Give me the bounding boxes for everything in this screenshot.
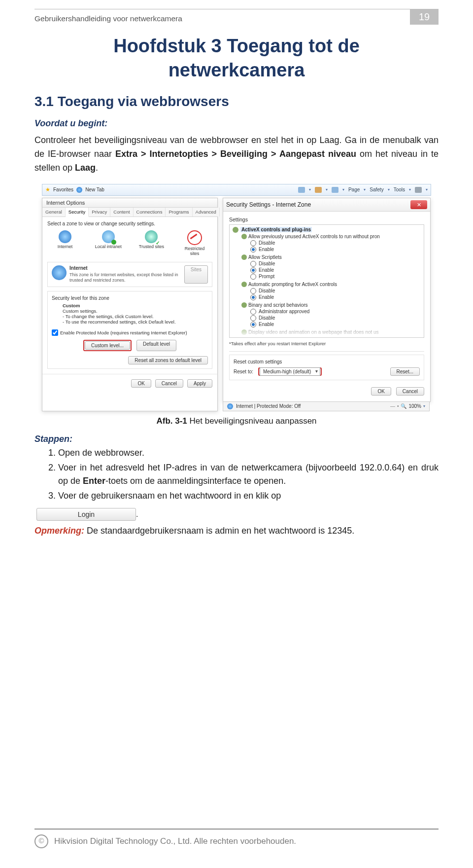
trailing-period: .: [136, 510, 138, 518]
reset-custom-head: Reset custom settings: [234, 359, 420, 364]
inetopt-cancel-button[interactable]: Cancel: [155, 379, 183, 388]
zone-trusted-sites[interactable]: Trusted sites: [136, 230, 166, 256]
page-menu[interactable]: Page: [348, 187, 360, 192]
internet-zone-icon: [52, 265, 67, 280]
item2-label: Allow Scriptlets: [248, 254, 282, 260]
item3-opt1: Enable: [259, 294, 274, 300]
footer-text: Hikvision Digital Technology Co., Ltd. A…: [54, 836, 296, 846]
zone-local-intranet[interactable]: Local intranet: [94, 230, 123, 256]
inetopt-ok-button[interactable]: OK: [131, 379, 151, 388]
close-icon[interactable]: ✕: [410, 200, 427, 209]
feed-icon[interactable]: [315, 187, 322, 193]
internet-zone-head: Internet: [69, 265, 181, 271]
step2-text-c: -toets om de aanmeldingsinterface te ope…: [105, 476, 286, 486]
item1-opt1: Enable: [259, 247, 274, 252]
item2-opt1: Enable: [259, 267, 274, 273]
steps-label: Stappen:: [34, 434, 439, 444]
tab-icon: [76, 187, 82, 193]
zone-internet[interactable]: Internet: [50, 230, 80, 256]
local-intranet-icon: [102, 230, 115, 243]
reset-button[interactable]: Reset...: [390, 367, 420, 376]
zone-local-label: Local intranet: [95, 244, 122, 249]
step-3: Voer de gebruikersnaam en het wachtwoord…: [58, 489, 439, 503]
copyright-icon: ©: [34, 834, 48, 848]
radio-icon[interactable]: [250, 288, 256, 294]
radio-icon[interactable]: [250, 322, 256, 327]
zoom-search-icon[interactable]: 🔍: [401, 403, 406, 409]
zone-restricted-sites[interactable]: Restricted sites: [180, 230, 209, 256]
gear-icon: [241, 302, 247, 308]
tab-privacy[interactable]: Privacy: [89, 208, 110, 217]
inetopt-apply-button[interactable]: Apply: [187, 379, 212, 388]
security-level-label: Security level for this zone: [52, 295, 208, 301]
mail-icon[interactable]: [332, 187, 338, 193]
home-icon[interactable]: [298, 187, 305, 193]
manual-title: Gebruikershandleiding voor netwerkcamera: [34, 12, 410, 23]
radio-icon[interactable]: [250, 247, 256, 253]
reset-all-zones-button[interactable]: Reset all zones to default level: [128, 356, 208, 364]
protected-mode-label: Enable Protected Mode (requires restarti…: [60, 330, 187, 335]
protected-mode-checkbox[interactable]: [52, 329, 58, 336]
item5-label: Display video and animation on a webpage…: [248, 329, 379, 335]
custom-line2: - To change the settings, click Custom l…: [63, 314, 208, 319]
tab-security[interactable]: Security: [66, 208, 89, 217]
page-header: Gebruikershandleiding voor netwerkcamera…: [34, 9, 439, 25]
intro-paragraph: Controleer het beveiligingsniveau van de…: [34, 134, 439, 175]
secset-ok-button[interactable]: OK: [371, 387, 391, 396]
favorites-bar: ★ Favorites New Tab ▾ ▾ ▾ Page▾ Safety▾ …: [42, 184, 431, 196]
radio-icon[interactable]: [250, 240, 256, 246]
item4-opt0: Administrator approved: [259, 309, 309, 314]
internet-options-dialog: Internet Options General Security Privac…: [42, 198, 218, 411]
step-1: Open de webbrowser.: [58, 446, 439, 460]
safety-menu[interactable]: Safety: [370, 187, 383, 192]
zone-instruction: Select a zone to view or change security…: [47, 221, 212, 226]
zoom-value: 100%: [408, 403, 421, 409]
radio-icon[interactable]: [250, 315, 256, 321]
radio-icon[interactable]: [250, 267, 256, 273]
custom-level-button[interactable]: Custom level...: [85, 341, 130, 350]
radio-icon[interactable]: [250, 294, 256, 300]
browser-statusbar: Internet | Protected Mode: Off — • 🔍 100…: [223, 402, 430, 411]
chapter-title-line2: netwerkcamera: [34, 60, 439, 81]
zone-trusted-label: Trusted sites: [139, 244, 164, 249]
secset-title: Security Settings - Internet Zone: [226, 201, 410, 208]
step2-enter-key: Enter: [83, 476, 105, 486]
tools-menu[interactable]: Tools: [394, 187, 405, 192]
settings-label: Settings: [229, 217, 424, 222]
radio-icon[interactable]: [250, 261, 256, 267]
help-icon[interactable]: [415, 187, 422, 193]
tab-programs[interactable]: Programs: [166, 208, 192, 217]
page-footer: © Hikvision Digital Technology Co., Ltd.…: [34, 829, 439, 848]
globe-icon: [59, 230, 71, 243]
favorites-star-icon: ★: [45, 186, 50, 193]
default-level-button[interactable]: Default level: [136, 340, 176, 351]
section-title: 3.1 Toegang via webbrowsers: [34, 94, 439, 109]
zoom-minus-icon[interactable]: —: [390, 403, 395, 409]
figure-caption: Afb. 3-1 Het beveiligingsniveau aanpasse…: [34, 416, 439, 426]
tab-general[interactable]: General: [42, 208, 66, 217]
intro-menu-path: Extra > Internetopties > Beveiliging > A…: [115, 149, 356, 159]
tab-content[interactable]: Content: [110, 208, 133, 217]
radio-icon[interactable]: [250, 274, 256, 280]
caption-text: Het beveiligingsniveau aanpassen: [190, 416, 317, 426]
tab-advanced[interactable]: Advanced: [193, 208, 220, 217]
tree-root-label: ActiveX controls and plug-ins: [240, 227, 312, 232]
item2-opt2: Prompt: [259, 274, 274, 279]
custom-level-highlight: Custom level...: [83, 340, 132, 351]
internet-zone-desc: This zone is for Internet websites, exce…: [69, 272, 181, 284]
radio-icon[interactable]: [250, 309, 256, 315]
secset-cancel-button[interactable]: Cancel: [396, 387, 424, 396]
intro-level: Laag: [75, 163, 96, 173]
zone-restricted-label: Restricted sites: [185, 246, 205, 256]
settings-tree[interactable]: ActiveX controls and plug-ins Allow prev…: [229, 224, 424, 338]
tab-connections[interactable]: Connections: [134, 208, 166, 217]
item1-opt0: Disable: [259, 240, 275, 246]
reset-to-dropdown[interactable]: Medium-high (default): [260, 367, 320, 376]
login-button[interactable]: Login: [36, 508, 136, 521]
trusted-sites-icon: [145, 230, 158, 243]
protected-mode-status: Internet | Protected Mode: Off: [236, 403, 301, 409]
new-tab-label: New Tab: [85, 187, 104, 192]
sites-button[interactable]: Sites: [184, 265, 208, 284]
item4-opt2: Enable: [259, 322, 274, 327]
item4-opt1: Disable: [259, 315, 275, 321]
